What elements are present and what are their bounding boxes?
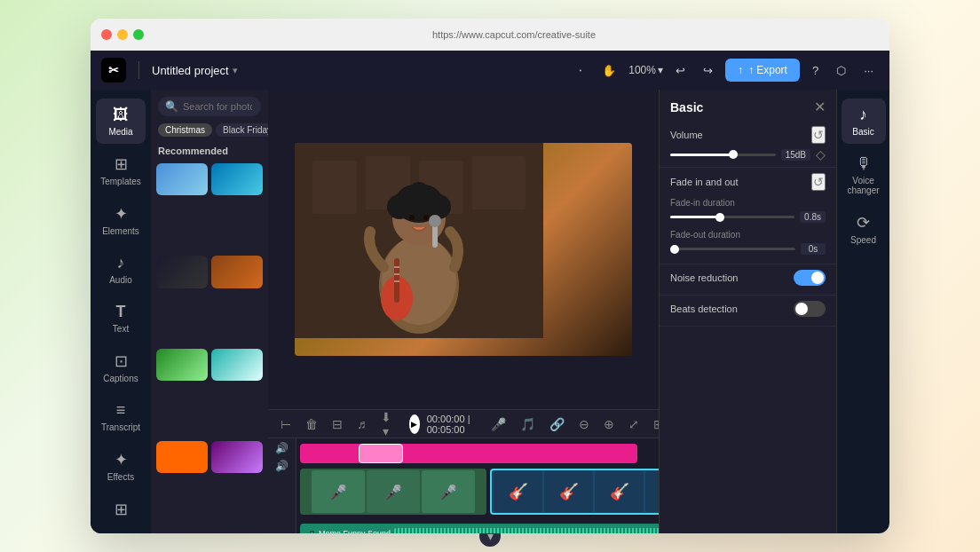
redo-btn[interactable]: ↪ [698, 60, 718, 81]
list-item[interactable] [156, 441, 208, 473]
music-btn[interactable]: 🎵 [517, 415, 539, 433]
beats-toggle[interactable] [794, 301, 826, 317]
list-item[interactable] [156, 349, 208, 381]
sidebar-item-label-media: Media [108, 127, 132, 137]
more-grid-icon: ⊞ [115, 500, 128, 519]
speed-icon: ⟳ [857, 213, 870, 233]
clip-blue-guitar[interactable]: 🎸 🎸 🎸 🎸 🎸 [490, 469, 659, 515]
sidebar-item-captions[interactable]: ⊡ Captions [96, 344, 146, 390]
sidebar-item-more[interactable]: ⊞ [96, 493, 146, 526]
zoom-in-btn[interactable]: ⊕ [600, 415, 618, 433]
mic-btn[interactable]: 🎤 [487, 415, 510, 433]
zoom-out-btn[interactable]: ⊖ [575, 415, 593, 433]
link-btn[interactable]: 🔗 [546, 415, 568, 433]
list-item[interactable] [156, 256, 208, 288]
fade-in-slider[interactable] [670, 216, 794, 218]
track-icon-2[interactable]: 🔊 [275, 460, 288, 472]
export-label: ↑ Export [748, 64, 787, 76]
cursor-tool-btn[interactable]: ⬝ [572, 60, 589, 81]
time-display: 00:00:00 | 00:05:00 [427, 414, 474, 435]
tag-black-friday[interactable]: Black Friday [216, 123, 268, 137]
sidebar-item-label-elements: Elements [102, 226, 139, 236]
share-btn[interactable]: ⬡ [831, 60, 851, 81]
video-frame [295, 143, 632, 356]
sidebar-item-elements[interactable]: ✦ Elements [96, 197, 146, 243]
list-item[interactable] [211, 256, 263, 288]
right-icon-voice-changer[interactable]: 🎙 Voice changer [842, 147, 886, 202]
sidebar-item-templates[interactable]: ⊞ Templates [96, 147, 146, 193]
traffic-light-yellow[interactable] [117, 29, 128, 40]
crop-tool-btn[interactable]: ⊟ [328, 415, 346, 433]
sidebar-item-text[interactable]: T Text [96, 296, 146, 341]
undo-btn[interactable]: ↩ [670, 60, 691, 81]
split-view-btn[interactable]: ⊞ [650, 415, 659, 433]
volume-slider-track[interactable] [670, 154, 776, 156]
sidebar-item-transcript[interactable]: ≡ Transcript [96, 394, 146, 439]
list-item[interactable] [211, 441, 263, 473]
clip-green[interactable]: 🎤 🎤 🎤 [300, 469, 486, 515]
fade-out-row: Fade-out duration [670, 230, 826, 240]
more-btn[interactable]: ··· [858, 60, 879, 81]
play-section: ▶ 00:00:00 | 00:05:00 [409, 414, 474, 435]
clip-pink-segment[interactable] [359, 444, 403, 463]
volume-keyframe-btn[interactable]: ◇ [816, 147, 826, 162]
search-icon: 🔍 [165, 100, 178, 113]
traffic-light-green[interactable] [133, 29, 144, 40]
delete-tool-btn[interactable]: 🗑 [302, 415, 321, 433]
list-item[interactable] [211, 163, 263, 195]
timeline-tracks[interactable]: 🎤 🎤 🎤 🎸 🎸 🎸 🎸 [296, 438, 659, 533]
split-tool-btn[interactable]: ⊢ [277, 415, 295, 433]
list-item[interactable] [211, 349, 263, 381]
guitar-thumb-1: 🎸 [494, 471, 542, 512]
timeline-area: ⊢ 🗑 ⊟ ♬ ⬇ ▾ ▶ 00:00:00 | 00:05:00 [268, 409, 659, 533]
right-panel: Basic ✕ Volume ↺ [659, 90, 836, 533]
noise-toggle[interactable] [794, 270, 826, 286]
svg-rect-19 [394, 258, 399, 303]
volume-slider-thumb[interactable] [729, 150, 738, 159]
video-thumb-1: 🎤 [312, 470, 365, 513]
app-toolbar: ✂ Untitled project ▾ ⬝ ✋ 100% ▾ ↩ ↪ ↑ ↑ … [91, 51, 889, 90]
fade-reset-btn[interactable]: ↺ [811, 173, 826, 191]
svg-point-14 [409, 215, 415, 220]
sidebar-item-media[interactable]: 🖼 Media [96, 99, 146, 144]
right-icon-basic[interactable]: ♪ Basic [842, 99, 886, 144]
right-icon-speed[interactable]: ⟳ Speed [842, 206, 886, 252]
media-panel: 🔍 Christmas Black Friday blac Recommende… [151, 90, 268, 533]
volume-reset-btn[interactable]: ↺ [811, 126, 826, 144]
current-time: 00:00:00 [427, 414, 465, 424]
sidebar-item-label-effects: Effects [107, 472, 134, 482]
video-thumb-2: 🎤 [367, 470, 420, 513]
list-item[interactable] [156, 163, 208, 195]
svg-rect-1 [312, 161, 357, 214]
zoom-control: 100% ▾ [628, 64, 663, 76]
clip-audio[interactable]: ♫ Meme Funny Sound [300, 524, 659, 533]
traffic-light-red[interactable] [101, 29, 112, 40]
fullscreen-btn[interactable]: ⤢ [625, 415, 643, 433]
sidebar-item-effects[interactable]: ✦ Effects [96, 443, 146, 489]
panel-close-btn[interactable]: ✕ [814, 99, 826, 115]
clip-pink-main[interactable] [300, 444, 637, 463]
track-icon-1[interactable]: 🔊 [275, 442, 288, 454]
browser-titlebar: https://www.capcut.com/creative-suite [91, 19, 889, 51]
fade-in-thumb[interactable] [715, 213, 724, 222]
audio-tool-btn[interactable]: ♬ [353, 415, 370, 433]
search-bar: 🔍 [151, 90, 268, 123]
fade-out-slider[interactable] [670, 248, 795, 250]
tag-christmas[interactable]: Christmas [158, 123, 212, 137]
video-thumb-3: 🎤 [422, 470, 475, 513]
export-btn[interactable]: ↑ ↑ Export [725, 59, 800, 82]
beats-section: Beats detection [660, 296, 836, 327]
help-btn[interactable]: ? [807, 60, 824, 81]
basic-icon: ♪ [859, 106, 867, 124]
fade-out-slider-row: 0s [670, 243, 826, 255]
svg-point-17 [429, 215, 441, 227]
timeline-left: 🔊 🔊 [268, 438, 296, 533]
audio-track-label: Meme Funny Sound [319, 529, 391, 533]
fade-out-thumb[interactable] [670, 245, 679, 254]
download-tool-btn[interactable]: ⬇ ▾ [377, 408, 395, 440]
sidebar-item-audio[interactable]: ♪ Audio [96, 247, 146, 292]
chevron-down-icon: ▾ [233, 65, 238, 76]
hand-tool-btn[interactable]: ✋ [597, 60, 621, 81]
play-btn[interactable]: ▶ [409, 414, 420, 434]
media-icon: 🖼 [113, 106, 129, 124]
